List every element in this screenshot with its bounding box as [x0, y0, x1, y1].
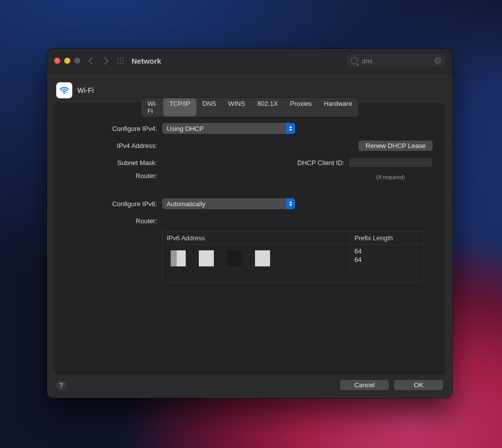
window-title: Network — [132, 57, 161, 65]
sheet: Wi-Fi Wi-Fi TCP/IP DNS WINS 802.1X Proxi… — [54, 80, 445, 391]
configure-ipv6-select[interactable]: Automatically — [162, 198, 295, 209]
search-icon — [351, 57, 358, 64]
tab-wins[interactable]: WINS — [222, 98, 251, 116]
ipv6-address-cell — [163, 245, 350, 272]
table-row[interactable]: 64 64 — [163, 245, 424, 272]
dhcp-client-id-label: DHCP Client ID: — [297, 159, 344, 167]
configure-ipv4-value: Using DHCP — [167, 125, 204, 132]
clear-search-icon[interactable]: ✕ — [434, 57, 441, 64]
network-preferences-window: Network ✕ Wi-Fi Wi-Fi TCP/IP DNS W — [47, 49, 452, 398]
configure-ipv4-select[interactable]: Using DHCP — [162, 123, 295, 134]
form: Configure IPv4: Using DHCP IPv4 Address: — [55, 104, 445, 287]
titlebar: Network ✕ — [47, 49, 452, 73]
ipv4-router-label: Router: — [67, 172, 162, 180]
configure-ipv6-label: Configure IPv6: — [67, 200, 162, 208]
nav-buttons — [89, 58, 107, 64]
ok-button[interactable]: OK — [394, 380, 443, 390]
configure-ipv4-label: Configure IPv4: — [67, 125, 162, 132]
subnet-mask-label: Subnet Mask: — [67, 159, 162, 167]
svg-point-0 — [64, 92, 65, 94]
ipv6-address-table: IPv6 Address Prefix Length — [162, 231, 424, 282]
tab-dns[interactable]: DNS — [196, 98, 222, 116]
ipv4-address-label: IPv4 Address: — [67, 142, 162, 150]
zoom-window-button[interactable] — [74, 58, 80, 64]
dhcp-client-id-input[interactable] — [348, 158, 433, 168]
configure-ipv6-value: Automatically — [167, 200, 205, 208]
tab-tcpip[interactable]: TCP/IP — [163, 98, 196, 116]
connection-name: Wi-Fi — [77, 86, 94, 94]
col-prefix-length: Prefix Length — [350, 232, 424, 244]
search-field-wrap[interactable]: ✕ — [347, 54, 445, 67]
back-button[interactable] — [88, 57, 96, 65]
dhcp-client-id-hint: (If required) — [348, 174, 433, 180]
tab-bar: Wi-Fi TCP/IP DNS WINS 802.1X Proxies Har… — [141, 98, 359, 117]
ipv6-router-label: Router: — [67, 217, 162, 225]
show-all-icon[interactable] — [116, 57, 123, 64]
search-input[interactable] — [361, 57, 423, 65]
select-stepper-icon — [286, 198, 295, 209]
renew-dhcp-lease-button[interactable]: Renew DHCP Lease — [358, 140, 433, 151]
cancel-button[interactable]: Cancel — [340, 380, 389, 390]
tab-proxies[interactable]: Proxies — [284, 98, 318, 116]
tab-hardware[interactable]: Hardware — [318, 98, 358, 116]
minimize-window-button[interactable] — [64, 58, 70, 64]
close-window-button[interactable] — [54, 58, 60, 64]
prefix-length-value: 64 — [354, 256, 420, 263]
traffic-lights — [54, 58, 80, 64]
tab-wifi[interactable]: Wi-Fi — [142, 98, 164, 116]
wifi-icon — [56, 82, 72, 98]
settings-panel: Wi-Fi TCP/IP DNS WINS 802.1X Proxies Har… — [54, 103, 445, 374]
forward-button[interactable] — [101, 57, 109, 65]
tab-8021x[interactable]: 802.1X — [251, 98, 284, 116]
col-ipv6-address: IPv6 Address — [163, 232, 350, 244]
footer: ? Cancel OK — [54, 374, 445, 391]
help-button[interactable]: ? — [56, 380, 66, 390]
prefix-length-value: 64 — [354, 247, 420, 255]
select-stepper-icon — [286, 123, 295, 134]
